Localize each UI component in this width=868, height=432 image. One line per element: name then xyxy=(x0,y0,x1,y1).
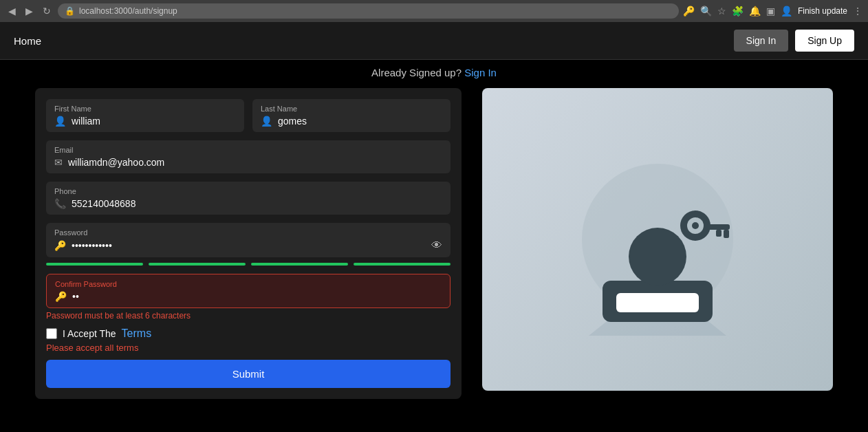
password-value[interactable]: •••••••••••• xyxy=(72,240,426,251)
password-input-row: 🔑 •••••••••••• 👁 xyxy=(54,239,442,252)
first-name-label: First Name xyxy=(54,105,236,113)
main-content: Already Signed up? Sign In First Name 👤 … xyxy=(0,60,868,431)
already-signed-text: Already Signed up? xyxy=(371,67,462,78)
lock-icon: 🔒 xyxy=(65,6,75,16)
content-row: First Name 👤 william Last Name 👤 gomes xyxy=(21,88,847,399)
email-icon: ✉ xyxy=(54,157,63,168)
phone-label: Phone xyxy=(54,187,442,195)
first-name-input-row: 👤 william xyxy=(54,116,236,127)
navigation: Home Sign In Sign Up xyxy=(0,22,868,60)
strength-bar-2 xyxy=(149,263,246,266)
confirm-password-group: Confirm Password 🔑 •• xyxy=(46,274,451,308)
star-icon[interactable]: ☆ xyxy=(717,6,726,17)
signin-nav-button[interactable]: Sign In xyxy=(734,30,789,52)
confirm-password-label: Confirm Password xyxy=(55,280,442,288)
browser-chrome: ◀ ▶ ↻ 🔒 localhost:3000/auth/signup 🔑 🔍 ☆… xyxy=(0,0,868,22)
refresh-button[interactable]: ↻ xyxy=(40,4,54,18)
svg-rect-8 xyxy=(706,224,730,230)
eye-icon[interactable]: 👁 xyxy=(431,239,442,252)
password-label: Password xyxy=(54,228,442,237)
password-error-text: Password must be at least 6 characters xyxy=(46,311,451,321)
more-icon[interactable]: ⋮ xyxy=(853,6,862,17)
illustration-panel xyxy=(482,88,833,391)
url-bar[interactable]: 🔒 localhost:3000/auth/signup xyxy=(58,3,679,19)
back-button[interactable]: ◀ xyxy=(6,4,19,18)
person-icon-first: 👤 xyxy=(54,116,66,127)
svg-rect-9 xyxy=(724,230,729,238)
strength-bar-1 xyxy=(46,263,143,266)
browser-actions: 🔑 🔍 ☆ 🧩 🔔 ▣ 👤 Finish update ⋮ xyxy=(683,6,862,17)
terms-checkbox[interactable] xyxy=(46,328,57,339)
signin-link[interactable]: Sign In xyxy=(464,67,497,78)
person-icon-last: 👤 xyxy=(261,116,272,127)
terms-text: I Accept The xyxy=(63,328,116,339)
home-link[interactable]: Home xyxy=(14,35,41,47)
terms-row: I Accept The Terms xyxy=(46,327,451,340)
accept-error-text: Please accept all terms xyxy=(46,343,451,353)
strength-bars xyxy=(46,263,451,266)
signup-form: First Name 👤 william Last Name 👤 gomes xyxy=(35,88,462,399)
signup-nav-button[interactable]: Sign Up xyxy=(795,30,854,52)
svg-rect-10 xyxy=(716,230,721,237)
svg-rect-3 xyxy=(616,293,699,312)
phone-group: Phone 📞 552140048688 xyxy=(46,182,451,215)
last-name-group: Last Name 👤 gomes xyxy=(252,99,451,132)
nav-actions: Sign In Sign Up xyxy=(734,30,854,52)
phone-input-row: 📞 552140048688 xyxy=(54,198,442,209)
search-icon[interactable]: 🔍 xyxy=(700,6,712,17)
profile-icon[interactable]: 👤 xyxy=(781,6,792,17)
svg-point-4 xyxy=(629,228,686,285)
svg-point-7 xyxy=(692,222,699,229)
terms-link[interactable]: Terms xyxy=(122,327,152,340)
first-name-value[interactable]: william xyxy=(72,116,236,127)
name-row: First Name 👤 william Last Name 👤 gomes xyxy=(46,99,451,132)
auth-illustration xyxy=(561,143,754,336)
last-name-label: Last Name xyxy=(261,105,442,113)
confirm-password-value[interactable]: •• xyxy=(72,291,442,302)
confirm-password-input-row: 🔑 •• xyxy=(55,291,442,302)
email-value[interactable]: williamdn@yahoo.com xyxy=(68,157,442,168)
phone-icon: 📞 xyxy=(54,198,66,209)
password-group: Password 🔑 •••••••••••• 👁 xyxy=(46,223,451,257)
phone-value[interactable]: 552140048688 xyxy=(72,198,442,209)
sidebar-icon[interactable]: ▣ xyxy=(766,6,775,17)
forward-button[interactable]: ▶ xyxy=(23,4,36,18)
email-label: Email xyxy=(54,146,442,154)
lock-icon-confirm: 🔑 xyxy=(55,291,67,302)
key-icon[interactable]: 🔑 xyxy=(683,6,695,17)
last-name-value[interactable]: gomes xyxy=(278,116,442,127)
lock-icon: 🔑 xyxy=(54,240,66,251)
extension-icon[interactable]: 🧩 xyxy=(732,6,744,17)
email-group: Email ✉ williamdn@yahoo.com xyxy=(46,140,451,173)
first-name-group: First Name 👤 william xyxy=(46,99,244,132)
strength-bar-4 xyxy=(354,263,451,266)
already-signed-row: Already Signed up? Sign In xyxy=(371,67,497,78)
bell-icon[interactable]: 🔔 xyxy=(749,6,761,17)
email-input-row: ✉ williamdn@yahoo.com xyxy=(54,157,442,168)
strength-bar-3 xyxy=(251,263,348,266)
url-text: localhost:3000/auth/signup xyxy=(79,6,177,16)
last-name-input-row: 👤 gomes xyxy=(261,116,442,127)
finish-update-text[interactable]: Finish update xyxy=(798,6,847,16)
submit-button[interactable]: Submit xyxy=(46,360,451,388)
